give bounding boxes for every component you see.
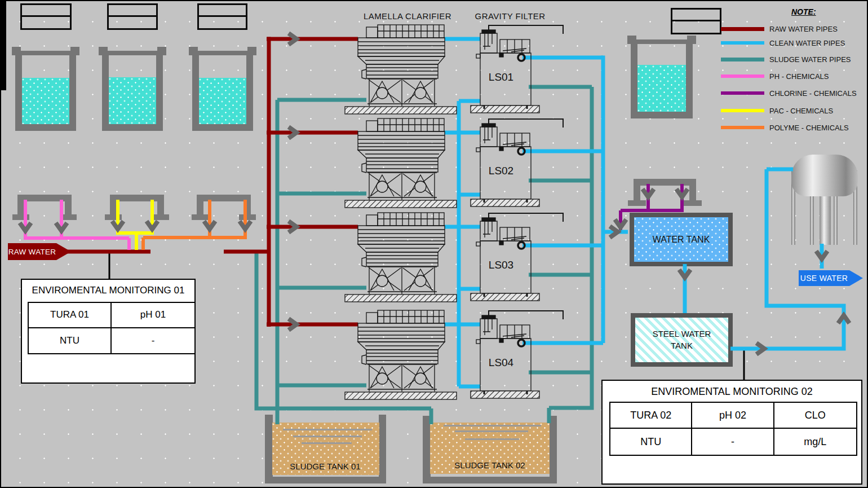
use-water-label[interactable]: USE WATER	[799, 270, 863, 286]
use-water-arrow-tip	[849, 270, 863, 286]
filter-label-ls04: LS04	[484, 357, 519, 369]
raw-water-arrow-tip	[56, 243, 71, 260]
monitoring-01-title: ENVIROMENTAL MONITORING 01	[22, 285, 194, 296]
legend-swatch-chlorine	[721, 91, 764, 95]
gravity-filter-title: GRAVITY FILTER	[468, 11, 552, 21]
legend-swatch-clean	[721, 41, 764, 45]
legend-swatch-raw	[721, 27, 764, 31]
environmental-monitoring-01: ENVIROMENTAL MONITORING 01 TURA 01 pH 01…	[21, 279, 196, 384]
raw-water-label: RAW WATER	[8, 243, 71, 260]
legend-label: PH - CHEMICALS	[769, 72, 829, 81]
legend-label: RAW WATER PIPES	[769, 25, 838, 33]
monitoring-02-header-clo: CLO	[774, 403, 856, 429]
sludge-tank-1-label: SLUDGE TANK 01	[272, 461, 379, 471]
legend-swatch-polyme	[721, 126, 764, 129]
monitoring-02-value-clo: mg/L	[774, 429, 856, 455]
gravity-filter-ls01[interactable]	[471, 25, 563, 113]
legend-swatch-sludge	[721, 58, 764, 61]
monitoring-02-header-tura: TURA 02	[610, 403, 692, 429]
monitoring-01-header-ph: pH 01	[112, 303, 194, 328]
filter-label-ls03: LS03	[484, 259, 519, 271]
legend-label: CLEAN WATER PIPES	[769, 39, 845, 47]
monitoring-01-value-ntu: NTU	[29, 328, 112, 354]
lamella-clarifier-title: LAMELLA CLARIFIER	[359, 11, 456, 21]
legend-swatch-pac	[721, 109, 764, 112]
monitoring-02-value-ntu: NTU	[610, 429, 692, 455]
legend-label: PAC - CHEMICALS	[769, 107, 833, 115]
gravity-filter-ls04[interactable]	[471, 311, 563, 398]
raw-water-label-text: RAW WATER	[8, 243, 56, 260]
legend-label: CHLORINE - CHEMICALS	[769, 89, 857, 98]
legend-title: NOTE:	[791, 7, 816, 16]
filter-label-ls01: LS01	[484, 71, 519, 83]
monitoring-02-header-ph: pH 02	[692, 403, 774, 429]
polyme-chemical-pipes	[143, 200, 247, 250]
legend-label: POLYME - CHEMICALS	[769, 124, 849, 132]
legend-label: SLUDGE WATER PIPES	[769, 55, 851, 64]
sludge-tank-2-label: SLUDGE TANK 02	[429, 460, 550, 470]
use-water-label-text: USE WATER	[799, 270, 849, 286]
pipe-legend: NOTE: RAW WATER PIPES CLEAN WATER PIPES …	[721, 5, 865, 131]
legend-swatch-ph	[721, 74, 764, 78]
monitoring-02-value-ph: -	[692, 429, 774, 455]
monitoring-01-value-ph: -	[112, 328, 194, 354]
monitoring-01-header-tura: TURA 01	[29, 303, 112, 328]
filter-label-ls02: LS02	[484, 165, 519, 177]
monitoring-02-title: ENVIROMENTAL MONITORING 02	[603, 386, 861, 398]
environmental-monitoring-02: ENVIROMENTAL MONITORING 02 TURA 02 pH 02…	[601, 380, 862, 485]
gravity-filter-ls03[interactable]	[471, 213, 563, 301]
gravity-filter-ls02[interactable]	[471, 119, 563, 206]
scada-canvas: SLUDGE TANK 01 SLUDGE TANK 02 WATER TANK…	[0, 0, 868, 488]
